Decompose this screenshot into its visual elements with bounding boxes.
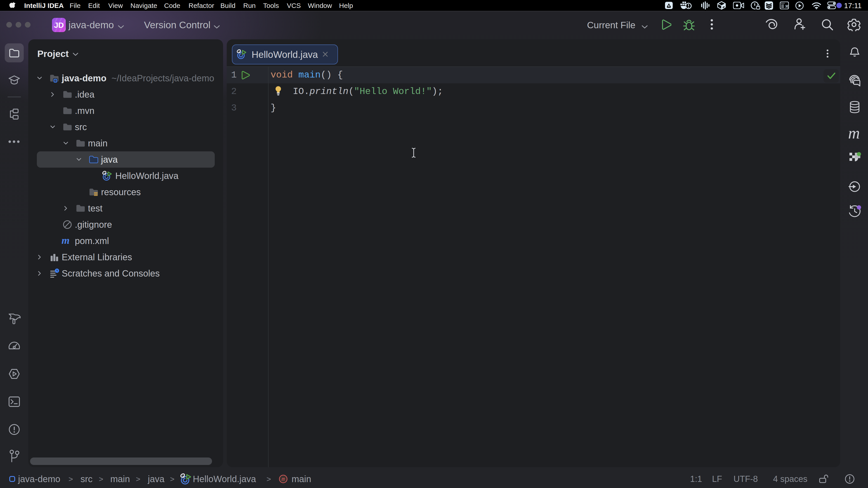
svg-text:⌘: ⌘ — [785, 4, 789, 8]
svg-text:m: m — [282, 476, 285, 482]
